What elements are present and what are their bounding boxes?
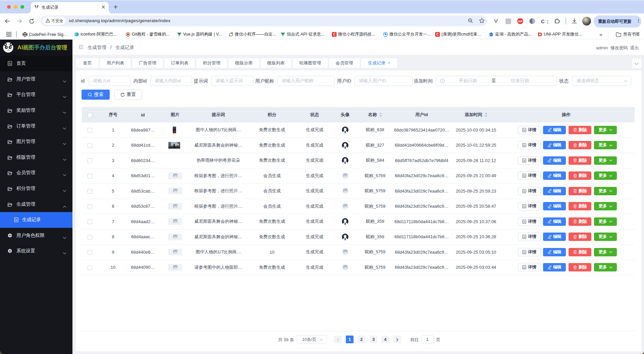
svg-text:C: C	[333, 33, 335, 36]
svg-text:C: C	[436, 33, 439, 36]
